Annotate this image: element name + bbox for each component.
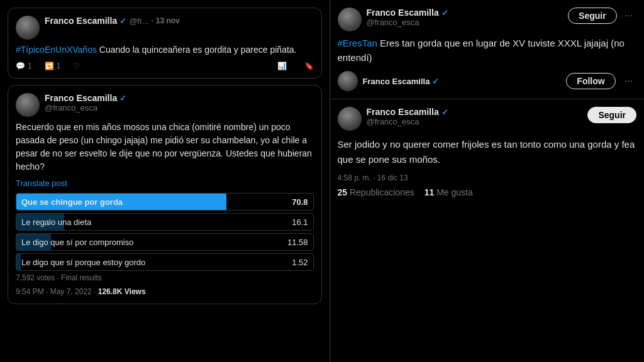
retweet-count-1: 1 [57, 62, 61, 70]
right-tweet-stats-2: 25 Republicaciones 11 Me gusta [338, 187, 637, 197]
tweet-actions-1: 💬 1 🔁 1 ♡ 📊 🔖 [16, 62, 314, 70]
tweet-timestamp-2: 9:54 PM · May 7, 2022 [16, 287, 92, 296]
right-verified-1: ✓ [441, 8, 448, 18]
follow-user-info: Franco Escamilla ✓ [363, 77, 562, 86]
right-avatar-2 [338, 107, 362, 131]
right-avatar-1 [338, 8, 362, 31]
right-tweet-2-actions: Seguir [587, 107, 636, 123]
tweet-header-1: Franco Escamilla ✓ @fr... · 13 nov [16, 16, 314, 40]
poll-option-2[interactable]: Le regalo una dieta 16.1 [16, 213, 314, 231]
like-stat: 11 Me gusta [425, 187, 473, 197]
poll-option-3-value: 11.58 [287, 238, 308, 247]
right-tweet-body-1: Eres tan gorda que en lugar de XV tuvist… [338, 38, 625, 63]
follow-button[interactable]: Follow [566, 73, 615, 89]
poll: Que se chingue por gorda 70.8 Le regalo … [16, 193, 314, 282]
follow-verified: ✓ [432, 77, 439, 86]
poll-option-4-value: 1.52 [292, 258, 308, 267]
right-handle-2: @franco_esca [367, 117, 583, 126]
poll-option-1-label: Que se chingue por gorda [21, 197, 123, 207]
seguir-button-1[interactable]: Seguir [568, 8, 617, 24]
right-tweet-1: Franco Escamilla ✓ @franco_esca Seguir ·… [330, 0, 645, 99]
display-name-2: Franco Escamilla [45, 93, 117, 103]
timestamp-1: 13 nov [156, 16, 180, 25]
poll-option-4[interactable]: Le digo que sí porque estoy gordo 1.52 [16, 253, 314, 271]
right-hashtag-1: #EresTan [338, 38, 377, 48]
tweet-card-1: Franco Escamilla ✓ @fr... · 13 nov #Típi… [8, 8, 322, 79]
right-tweet-timestamp-2: 4:58 p. m. · 16 dic 13 [338, 173, 408, 182]
right-tweet-text-2: Ser jodido y no querer comer frijoles es… [338, 137, 637, 167]
handle-1: @fr... [129, 16, 148, 26]
poll-option-1[interactable]: Que se chingue por gorda 70.8 [16, 193, 314, 211]
views-icon-1: 📊 [277, 62, 287, 70]
verified-icon-1: ✓ [119, 16, 126, 26]
heart-icon-1: ♡ [73, 62, 80, 70]
bookmark-icon-1: 🔖 [304, 62, 314, 70]
poll-option-4-label: Le digo que sí porque estoy gordo [21, 258, 145, 267]
right-panel: Franco Escamilla ✓ @franco_esca Seguir ·… [330, 0, 645, 362]
right-verified-2: ✓ [441, 107, 448, 117]
tweet-body-1: Cuando la quinceañera es gordita y parec… [97, 45, 297, 55]
verified-icon-2: ✓ [119, 94, 126, 103]
tweet-text-1: #TípicoEnUnXVaños Cuando la quinceañera … [16, 43, 314, 57]
right-tweet-meta-2: 4:58 p. m. · 16 dic 13 [338, 173, 637, 182]
bookmark-action-1[interactable]: 🔖 [304, 62, 314, 70]
follow-name: Franco Escamilla [363, 77, 430, 86]
right-tweet-1-actions: Seguir ··· [568, 8, 636, 24]
user-info-1: Franco Escamilla ✓ @fr... · 13 nov [45, 16, 314, 26]
tweet-text-2: Recuerdo que en mis años mosos una chica… [16, 121, 314, 173]
display-name-1: Franco Escamilla [45, 16, 117, 26]
avatar-1 [16, 16, 40, 40]
left-panel: Franco Escamilla ✓ @fr... · 13 nov #Típi… [0, 0, 330, 362]
user-info-2: Franco Escamilla ✓ @franco_esca [45, 93, 314, 112]
right-tweet-header-1: Franco Escamilla ✓ @franco_esca Seguir ·… [338, 8, 637, 31]
follow-row: Franco Escamilla ✓ Follow ··· [338, 71, 637, 91]
translate-link[interactable]: Translate post [16, 178, 314, 188]
avatar-2 [16, 93, 40, 117]
right-user-info-2: Franco Escamilla ✓ @franco_esca [367, 107, 583, 126]
follow-more-btn[interactable]: ··· [621, 74, 636, 88]
right-tweet-text-1: #EresTan Eres tan gorda que en lugar de … [338, 36, 637, 65]
reply-icon-1: 💬 [16, 62, 25, 70]
dot-1: · [151, 16, 153, 25]
follow-avatar [338, 71, 358, 91]
reply-count-1: 1 [28, 62, 32, 70]
tweet-views-2: 126.8K Views [98, 287, 146, 296]
more-button-1[interactable]: ··· [621, 9, 636, 23]
reply-action-1[interactable]: 💬 1 [16, 62, 32, 70]
right-user-info-1: Franco Escamilla ✓ @franco_esca [367, 8, 564, 27]
tweet-header-2: Franco Escamilla ✓ @franco_esca [16, 93, 314, 117]
tweet-card-2: Franco Escamilla ✓ @franco_esca Recuerdo… [8, 85, 322, 304]
right-display-name-2: Franco Escamilla [367, 107, 439, 117]
views-action-1[interactable]: 📊 [277, 62, 287, 70]
poll-option-3[interactable]: Le digo que sí por compromiso 11.58 [16, 233, 314, 251]
retweet-icon-1: 🔁 [45, 62, 54, 70]
poll-option-2-label: Le regalo una dieta [21, 217, 91, 227]
tweet-meta-2: 9:54 PM · May 7, 2022 · 126.8K Views [16, 287, 314, 296]
poll-votes: 7,592 votes · Final results [16, 273, 314, 282]
hashtag-1: #TípicoEnUnXVaños [16, 45, 97, 55]
right-display-name-1: Franco Escamilla [367, 8, 439, 18]
right-tweet-2: Franco Escamilla ✓ @franco_esca Seguir S… [330, 99, 645, 205]
seguir-button-2[interactable]: Seguir [587, 107, 636, 123]
handle-2: @franco_esca [45, 103, 314, 112]
right-handle-1: @franco_esca [367, 18, 564, 27]
poll-option-1-value: 70.8 [292, 197, 308, 207]
poll-option-2-value: 16.1 [292, 217, 308, 227]
retweet-action-1[interactable]: 🔁 1 [45, 62, 61, 70]
poll-option-3-label: Le digo que sí por compromiso [21, 238, 133, 247]
like-action-1[interactable]: ♡ [73, 62, 80, 70]
right-tweet-header-2: Franco Escamilla ✓ @franco_esca Seguir [338, 107, 637, 131]
retweet-stat: 25 Republicaciones [338, 187, 414, 197]
